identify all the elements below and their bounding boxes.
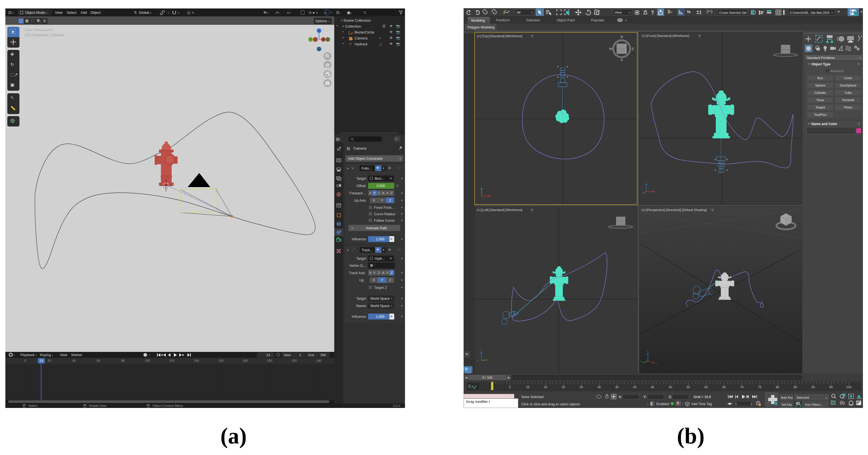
svg-text:x: x [490,195,492,198]
svg-text:TOP: TOP [619,48,624,51]
svg-text:▾: ▾ [178,11,179,14]
svg-text:LEFT: LEFT [618,220,623,223]
svg-text:X: X [322,38,324,41]
svg-text:x: x [655,191,656,193]
svg-text:(13) Collection | Camera: (13) Collection | Camera [25,32,65,36]
svg-text:Z: Z [645,181,647,183]
svg-text:E: E [632,47,634,51]
svg-text:Y: Y [640,360,642,363]
svg-text:Y: Y [480,185,482,188]
svg-text:Y: Y [477,359,478,362]
svg-text:W: W [609,47,612,51]
svg-text:FRONT: FRONT [782,48,789,51]
svg-text:N: N [621,35,623,39]
svg-text:Z: Z [647,350,648,353]
svg-text:▾: ▾ [168,11,169,14]
svg-text:Z: Z [480,349,482,352]
svg-text:S: S [621,58,623,62]
svg-text:User Perspective: User Perspective [25,27,53,31]
svg-text:x: x [656,363,657,365]
svg-text:Z: Z [318,29,320,32]
svg-text:Y: Y [310,38,312,41]
